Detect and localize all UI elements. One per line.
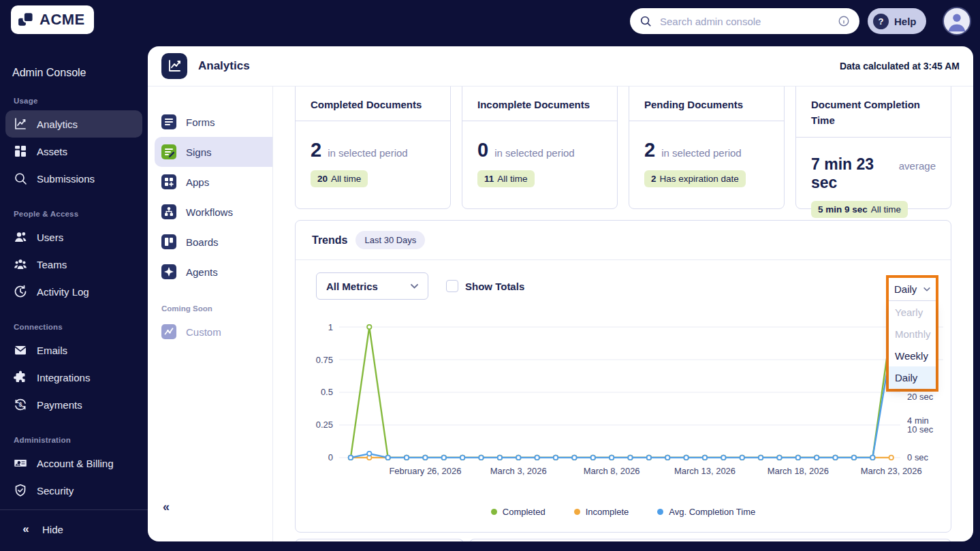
subnav-item-apps[interactable]: Apps <box>148 167 272 197</box>
show-totals-checkbox[interactable]: Show Totals <box>446 280 524 292</box>
subnav-item-custom[interactable]: Custom <box>148 317 272 347</box>
trends-line-chart[interactable]: 00.250.50.751February 26, 2026March 3, 2… <box>296 309 951 486</box>
stat-suffix: in selected period <box>494 147 575 159</box>
stat-card-title: Incomplete Documents <box>462 86 617 121</box>
sidebar-item-users[interactable]: Users <box>5 223 142 251</box>
activity-log-icon <box>14 285 27 298</box>
stat-card-title: Pending Documents <box>629 86 784 121</box>
coming-soon-label: Coming Soon <box>161 304 272 313</box>
chart-legend: Completed Incomplete Avg. Completion Tim… <box>296 507 951 517</box>
period-dropdown-menu: YearlyMonthlyWeeklyDaily <box>889 301 936 388</box>
agents-icon <box>161 264 176 279</box>
stat-card: Incomplete Documents 0 in selected perio… <box>462 86 618 209</box>
subnav-item-agents[interactable]: Agents <box>148 257 272 287</box>
search-input[interactable] <box>659 15 831 28</box>
stat-suffix: in selected period <box>661 147 742 159</box>
all-time-badge: 5 min 9 secAll time <box>811 201 908 218</box>
payments-icon: $ <box>14 398 27 411</box>
trends-period-badge: Last 30 Days <box>355 231 425 249</box>
search-bar[interactable] <box>630 8 859 34</box>
subnav-item-signs[interactable]: Signs <box>155 137 272 167</box>
main-panel: Analytics Data calculated at 3:45 AM For… <box>148 46 973 541</box>
security-icon <box>14 484 27 497</box>
svg-text:$: $ <box>18 401 22 408</box>
help-button[interactable]: ? Help <box>868 8 926 34</box>
stat-value: 7 min 23 sec <box>811 155 893 192</box>
stat-card: Document Completion Time 7 min 23 sec av… <box>795 86 951 209</box>
boards-icon <box>161 234 176 249</box>
svg-text:0: 0 <box>328 452 333 462</box>
hide-sidebar-button[interactable]: « Hide <box>11 516 137 543</box>
sidebar-section-label: People & Access <box>14 210 134 218</box>
assets-icon <box>14 144 27 158</box>
stat-card-title: Completed Documents <box>296 86 450 121</box>
acme-logo-icon <box>18 12 35 28</box>
period-dropdown[interactable]: Daily <box>889 278 936 301</box>
avatar[interactable] <box>943 7 971 35</box>
svg-text:0.75: 0.75 <box>316 355 333 365</box>
sidebar-section-label: Usage <box>14 97 134 105</box>
sidebar-title: Admin Console <box>12 67 148 79</box>
admin-console-app: ACME ? Help Ad <box>0 0 980 551</box>
sidebar-footer: « Hide <box>0 509 148 551</box>
sidebar-item-integrations[interactable]: Integrations <box>5 364 142 391</box>
analytics-icon <box>14 117 27 131</box>
stat-card: Completed Documents 2 in selected period… <box>295 86 451 209</box>
partial-card <box>295 539 464 541</box>
data-calculated-note: Data calculated at 3:45 AM <box>840 61 960 72</box>
sidebar-section-label: Administration <box>14 436 134 444</box>
subnav-item-boards[interactable]: Boards <box>148 227 272 257</box>
sidebar-item-submissions[interactable]: Submissions <box>5 165 142 192</box>
stat-suffix: in selected period <box>328 147 408 159</box>
all-time-badge: 2Has expiration date <box>644 170 746 187</box>
subnav-item-workflows[interactable]: Workflows <box>148 197 272 227</box>
svg-text:20 sec: 20 sec <box>907 392 934 402</box>
workflows-icon <box>161 204 176 219</box>
subnav-item-forms[interactable]: Forms <box>148 107 272 137</box>
stat-value: 0 <box>477 139 488 161</box>
sidebar: Admin Console Usage Analytics Assets Sub… <box>0 42 148 551</box>
svg-text:March 8, 2026: March 8, 2026 <box>584 466 640 476</box>
period-option-daily[interactable]: Daily <box>889 366 936 388</box>
stat-value: 2 <box>311 139 321 161</box>
legend-item[interactable]: Completed <box>491 507 546 517</box>
product-subnav: Forms Signs Apps Workflows Boards Agents… <box>148 86 273 541</box>
sidebar-item-emails[interactable]: Emails <box>5 336 142 364</box>
sidebar-item-payments[interactable]: $ Payments <box>5 391 142 418</box>
sidebar-section-label: Connections <box>14 323 134 331</box>
info-icon[interactable] <box>838 15 850 27</box>
collapse-subnav-button[interactable]: « <box>163 500 170 514</box>
users-icon <box>14 230 27 244</box>
sidebar-item-teams[interactable]: Teams <box>5 251 142 278</box>
sidebar-item-analytics[interactable]: Analytics <box>5 110 142 138</box>
integrations-icon <box>14 371 27 384</box>
period-option-monthly[interactable]: Monthly <box>889 323 936 345</box>
trends-controls: All Metrics Show Totals <box>316 272 930 300</box>
legend-dot <box>574 509 580 515</box>
sidebar-item-assets[interactable]: Assets <box>5 138 142 165</box>
all-time-badge: 20All time <box>311 170 368 187</box>
acme-logo[interactable]: ACME <box>11 5 94 34</box>
sidebar-item-account-billing[interactable]: Account & Billing <box>5 450 142 477</box>
account-billing-icon <box>14 456 27 470</box>
trends-card: Trends Last 30 Days All Metrics Show Tot… <box>295 220 951 533</box>
period-option-weekly[interactable]: Weekly <box>889 345 936 366</box>
sidebar-item-activity-log[interactable]: Activity Log <box>5 278 142 305</box>
emails-icon <box>14 343 27 357</box>
stat-card-title: Document Completion Time <box>796 86 951 138</box>
apps-icon <box>161 174 176 189</box>
trends-title: Trends <box>312 234 347 247</box>
legend-item[interactable]: Avg. Completion Time <box>657 507 755 517</box>
content-area: Completed Documents 2 in selected period… <box>273 86 973 541</box>
partial-card <box>469 539 951 541</box>
metrics-dropdown[interactable]: All Metrics <box>316 272 428 300</box>
svg-text:March 3, 2026: March 3, 2026 <box>490 466 547 476</box>
teams-icon <box>14 257 27 271</box>
sidebar-item-security[interactable]: Security <box>5 477 142 504</box>
legend-item[interactable]: Incomplete <box>574 507 629 517</box>
search-icon <box>639 15 652 27</box>
chevron-down-icon <box>923 287 930 292</box>
chevron-down-icon <box>411 284 418 289</box>
period-option-yearly[interactable]: Yearly <box>889 301 936 323</box>
svg-text:March 23, 2026: March 23, 2026 <box>861 466 922 476</box>
